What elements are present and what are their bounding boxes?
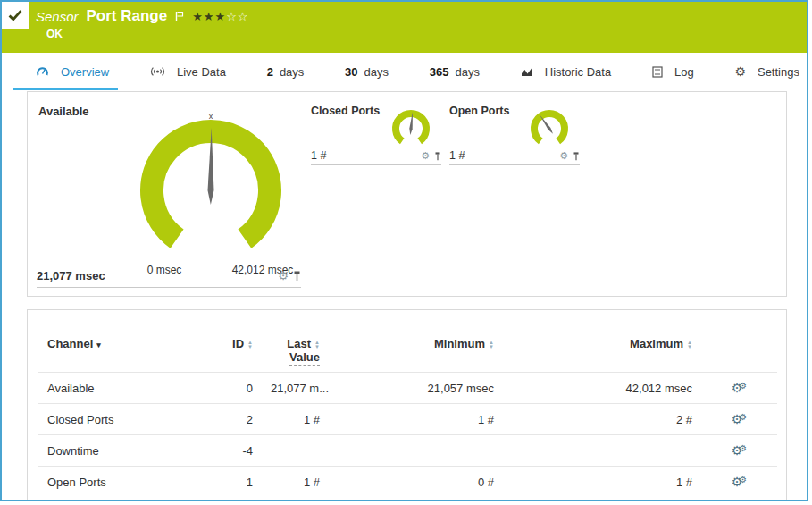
gear-icon[interactable]: ⚙ — [278, 269, 289, 282]
tab-30-days[interactable]: 30 days — [341, 53, 392, 90]
tab-label: days — [364, 65, 389, 79]
pin-icon[interactable] — [293, 271, 301, 282]
gear-icon[interactable]: ⚙ — [559, 150, 568, 162]
table-row[interactable]: Available 0 21,077 m... 21,057 msec 42,0… — [38, 373, 777, 404]
page-title: Port Range — [87, 7, 168, 25]
cell-id: 1 — [199, 467, 262, 498]
cell-channel: Downtime — [38, 435, 199, 467]
cell-last-value — [262, 435, 329, 467]
header-actions — [701, 337, 777, 373]
pin-icon[interactable] — [573, 152, 580, 161]
channel-settings-icon[interactable]: ⚙⚙ — [732, 382, 748, 395]
tab-historic-data[interactable]: Historic Data — [517, 53, 615, 90]
tab-label: Live Data — [177, 65, 226, 79]
closed-ports-value: 1 # — [311, 149, 326, 162]
cell-minimum — [329, 435, 503, 467]
table-row[interactable]: Closed Ports 2 1 # 1 # 2 # ⚙⚙ — [38, 404, 777, 435]
open-ports-value: 1 # — [449, 149, 465, 162]
cell-minimum: 1 # — [329, 404, 503, 435]
header-channel[interactable]: Channel▾ — [38, 337, 199, 373]
priority-stars[interactable]: ★★★☆☆ — [192, 10, 248, 23]
tab-live-data[interactable]: Live Data — [146, 53, 230, 90]
closed-ports-value-row: 1 # ⚙ — [311, 149, 441, 165]
tab-label: Overview — [61, 65, 109, 79]
cell-channel: Closed Ports — [38, 404, 199, 435]
channel-settings-icon[interactable]: ⚙⚙ — [732, 413, 748, 426]
main-gauge-value-row: 21,077 msec ⚙ — [37, 269, 301, 288]
tab-label: Settings — [758, 65, 799, 79]
table-row[interactable]: Open Ports 1 1 # 0 # 1 # ⚙⚙ — [38, 467, 777, 498]
gear-icon[interactable]: ⚙ — [421, 150, 430, 162]
sort-icon: ▲▼ — [687, 341, 692, 349]
tab-2-days[interactable]: 2 days — [264, 53, 308, 90]
tab-365-days[interactable]: 365 days — [426, 53, 483, 90]
app-window: Sensor Port Range ★★★☆☆ OK Overview — [0, 0, 808, 501]
cell-minimum: 0 # — [329, 467, 503, 498]
tab-label: days — [456, 65, 480, 79]
pin-icon[interactable] — [434, 152, 441, 161]
cell-last-value: 21,077 m... — [262, 373, 329, 404]
tab-label: Historic Data — [545, 65, 611, 79]
header-minimum[interactable]: Minimum▲▼ — [329, 337, 503, 373]
main-gauge: x̄ — [113, 108, 309, 260]
sort-icon: ▲▼ — [489, 341, 494, 349]
channel-settings-icon[interactable]: ⚙⚙ — [732, 444, 748, 458]
header-maximum[interactable]: Maximum▲▼ — [503, 337, 701, 373]
gauges-panel: Available x̄ 0 msec 42,012 msec 21,077 m… — [27, 91, 787, 297]
cell-maximum: 2 # — [503, 404, 701, 435]
cell-last-value: 1 # — [262, 467, 329, 498]
tab-bar: Overview Live Data 2 days 30 days 365 da… — [2, 53, 807, 90]
sensor-title-row: Sensor Port Range ★★★☆☆ — [36, 7, 249, 25]
status-ok-icon — [2, 2, 29, 29]
tab-overview[interactable]: Overview — [32, 53, 113, 90]
cell-channel: Open Ports — [38, 467, 199, 498]
cell-id: -4 — [199, 435, 262, 467]
check-icon — [7, 9, 23, 22]
header-id[interactable]: ID▲▼ — [199, 337, 262, 373]
closed-ports-gauge-block: Closed Ports 1 # ⚙ — [311, 105, 441, 165]
main-gauge-label: Available — [38, 105, 89, 118]
log-icon — [652, 66, 663, 78]
cell-id: 0 — [199, 373, 262, 404]
channels-panel: Channel▾ ID▲▼ Last▲▼ Value Minimum▲▼ — [27, 309, 787, 501]
caret-down-icon: ▾ — [96, 341, 101, 349]
sensor-header: Sensor Port Range ★★★☆☆ OK — [2, 2, 807, 53]
main-gauge-value: 21,077 msec — [37, 269, 105, 282]
stars-empty[interactable]: ☆☆ — [226, 10, 248, 23]
tab-log[interactable]: Log — [649, 53, 698, 90]
table-header-row: Channel▾ ID▲▼ Last▲▼ Value Minimum▲▼ — [38, 337, 777, 373]
open-ports-value-row: 1 # ⚙ — [449, 149, 580, 165]
broadcast-icon — [150, 66, 165, 77]
cell-id: 2 — [199, 404, 262, 435]
tab-settings[interactable]: ⚙ Settings — [731, 53, 803, 90]
sensor-kind-label: Sensor — [36, 9, 79, 24]
channel-settings-icon[interactable]: ⚙⚙ — [732, 476, 748, 489]
channels-table: Channel▾ ID▲▼ Last▲▼ Value Minimum▲▼ — [38, 337, 777, 497]
status-badge: OK — [46, 28, 63, 40]
header-last-value[interactable]: Last▲▼ Value — [262, 337, 329, 373]
tab-label: Log — [674, 65, 694, 79]
avg-marker-icon: x̄ — [209, 112, 213, 121]
closed-ports-gauge — [384, 105, 438, 149]
gauge-icon — [36, 66, 49, 77]
flag-icon[interactable] — [175, 11, 184, 22]
cell-maximum: 42,012 msec — [503, 373, 701, 404]
open-ports-gauge — [523, 105, 576, 149]
area-chart-icon — [521, 66, 533, 77]
cell-minimum: 21,057 msec — [329, 373, 503, 404]
cell-last-value: 1 # — [262, 404, 329, 435]
sort-icon: ▲▼ — [314, 341, 320, 349]
cell-maximum: 1 # — [503, 467, 701, 498]
cell-channel: Available — [38, 373, 199, 404]
tab-label: days — [280, 65, 304, 79]
open-ports-gauge-block: Open Ports 1 # ⚙ — [449, 105, 580, 165]
table-row[interactable]: Downtime -4 ⚙⚙ — [38, 435, 777, 467]
cell-maximum — [503, 435, 701, 467]
sort-icon: ▲▼ — [247, 341, 253, 349]
gear-icon: ⚙ — [734, 64, 746, 79]
stars-filled[interactable]: ★★★ — [192, 10, 226, 23]
